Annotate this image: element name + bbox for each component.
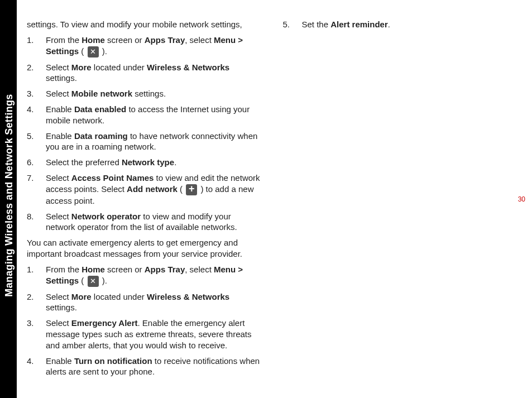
step-number: 5. [27,131,46,153]
settings-icon [88,276,99,287]
list-item: 8. Select Network operator to view and m… [27,211,261,233]
step-number: 3. [27,88,46,99]
list-item: 1. From the Home screen or Apps Tray, se… [27,264,261,287]
list-item: 7. Select Access Point Names to view and… [27,172,261,207]
step-number: 7. [27,172,46,207]
step-text: Enable Turn on notification to receive n… [46,356,261,378]
intro-paragraph-1: settings. To view and modify your mobile… [27,19,261,30]
list-item: 5. Enable Data roaming to have network c… [27,131,261,153]
step-text: Select Mobile network settings. [46,88,261,99]
step-number: 2. [27,291,46,314]
step-number: 2. [27,62,46,84]
list-item: 5. Set the Alert reminder. [283,19,517,30]
step-text: From the Home screen or Apps Tray, selec… [46,264,261,287]
step-text: Enable Data enabled to access the Intern… [46,104,261,126]
page-number: 30 [518,195,525,203]
sidebar-section-label: Managing Wireless and Network Settings [3,0,15,195]
list-item: 2. Select More located under Wireless & … [27,291,261,314]
step-number: 1. [27,35,46,57]
step-text: Select More located under Wireless & Net… [46,291,261,314]
step-number: 4. [27,356,46,378]
step-number: 4. [27,104,46,126]
list-item: 4. Enable Data enabled to access the Int… [27,104,261,126]
step-text: Select Access Point Names to view and ed… [46,172,261,207]
plus-icon [186,184,197,195]
step-number: 8. [27,211,46,233]
list-item: 3. Select Emergency Alert. Enable the em… [27,318,261,351]
sidebar-section-label-text: Managing Wireless and Network Settings [3,94,15,296]
step-text: Select More located under Wireless & Net… [46,62,261,84]
list-item: 6. Select the preferred Network type. [27,157,261,168]
step-text: Select Network operator to view and modi… [46,211,261,233]
step-text: Select Emergency Alert. Enable the emerg… [46,318,261,351]
page-content: settings. To view and modify your mobile… [27,19,516,382]
step-number: 5. [283,19,302,30]
step-text: Set the Alert reminder. [302,19,517,30]
step-number: 1. [27,264,46,287]
list-item: 4. Enable Turn on notification to receiv… [27,356,261,378]
steps-list-1: 1. From the Home screen or Apps Tray, se… [27,35,261,233]
step-number: 3. [27,318,46,351]
list-item: 3. Select Mobile network settings. [27,88,261,99]
list-item: 2. Select More located under Wireless & … [27,62,261,84]
step-text: From the Home screen or Apps Tray, selec… [46,35,261,57]
step-number: 6. [27,157,46,168]
step-text: Select the preferred Network type. [46,157,261,168]
settings-icon [88,46,99,57]
step-text: Enable Data roaming to have network conn… [46,131,261,153]
intro-paragraph-2: You can activate emergency alerts to get… [27,237,261,260]
list-item: 1. From the Home screen or Apps Tray, se… [27,35,261,57]
